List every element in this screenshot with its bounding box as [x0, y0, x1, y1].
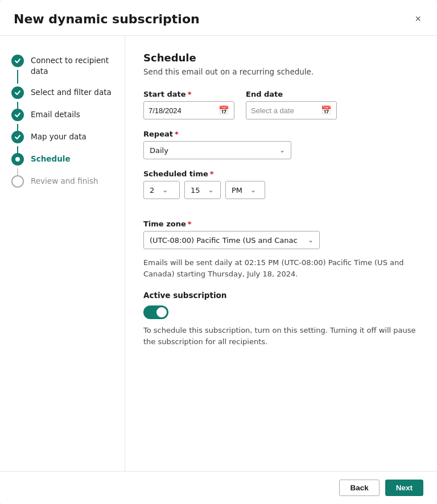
calendar-icon-start: 📅	[218, 105, 229, 115]
sidebar-item-map: Map your data	[0, 126, 125, 148]
toggle-knob	[156, 307, 167, 317]
start-date-input-wrapper[interactable]: 📅	[143, 101, 234, 119]
scheduled-time-required: *	[210, 170, 214, 178]
start-date-label: Start date *	[143, 90, 234, 98]
sidebar: Connect to recipient data Select and fil…	[0, 36, 125, 471]
repeat-required: *	[175, 130, 179, 138]
sidebar-item-review: Review and finish	[0, 170, 125, 192]
modal-title: New dynamic subscription	[14, 12, 200, 26]
repeat-label: Repeat *	[143, 130, 419, 138]
start-date-required: *	[188, 90, 192, 98]
hour-select[interactable]: 2 ⌄	[143, 181, 180, 199]
step-label-map: Map your data	[31, 130, 86, 142]
sidebar-item-email: Email details	[0, 104, 125, 126]
step-label-email: Email details	[31, 108, 80, 120]
end-date-label: End date	[246, 90, 337, 98]
modal-header: New dynamic subscription ×	[0, 0, 437, 36]
start-date-group: Start date * 📅	[143, 90, 234, 119]
scheduled-time-label: Scheduled time *	[143, 170, 419, 178]
repeat-chevron-icon: ⌄	[279, 146, 285, 154]
timezone-select[interactable]: (UTC-08:00) Pacific Time (US and Canac ⌄	[143, 231, 320, 249]
step-icon-connect	[11, 55, 24, 67]
step-icon-filter	[11, 86, 24, 99]
step-icon-review	[11, 175, 24, 188]
timezone-required: *	[188, 220, 192, 228]
modal-container: New dynamic subscription × Connect to re…	[0, 0, 437, 504]
sidebar-item-filter: Select and filter data	[0, 81, 125, 104]
main-content: Schedule Send this email out on a recurr…	[125, 36, 437, 471]
step-label-filter: Select and filter data	[31, 86, 112, 98]
end-date-input[interactable]	[251, 106, 318, 115]
modal-body: Connect to recipient data Select and fil…	[0, 36, 437, 471]
step-label-schedule: Schedule	[31, 152, 71, 164]
toggle-hint-text: To schedule this subscription, turn on t…	[143, 325, 419, 347]
calendar-icon-end: 📅	[321, 105, 332, 115]
end-date-group: End date 📅	[246, 90, 337, 119]
hour-chevron-icon: ⌄	[162, 186, 168, 194]
timezone-group: Time zone * (UTC-08:00) Pacific Time (US…	[143, 220, 419, 249]
back-button[interactable]: Back	[339, 480, 379, 496]
section-title: Schedule	[143, 52, 419, 64]
start-date-input[interactable]	[149, 106, 215, 115]
toggle-row	[143, 305, 419, 319]
repeat-group: Repeat * Daily ⌄	[143, 130, 419, 159]
section-desc: Send this email out on a recurring sched…	[143, 67, 419, 76]
active-subscription-section: Active subscription To schedule this sub…	[143, 291, 419, 347]
close-button[interactable]: ×	[413, 11, 423, 26]
ampm-select[interactable]: PM ⌄	[225, 181, 265, 199]
time-pickers-row: 2 ⌄ 15 ⌄ PM ⌄	[143, 181, 419, 199]
end-date-input-wrapper[interactable]: 📅	[246, 101, 337, 119]
ampm-chevron-icon: ⌄	[250, 186, 256, 194]
step-icon-schedule	[11, 153, 24, 166]
sidebar-item-schedule: Schedule	[0, 148, 125, 170]
minute-chevron-icon: ⌄	[208, 186, 214, 194]
minute-select[interactable]: 15 ⌄	[184, 181, 221, 199]
step-label-review: Review and finish	[31, 175, 98, 187]
timezone-chevron-icon: ⌄	[308, 236, 314, 244]
active-sub-title: Active subscription	[143, 291, 419, 300]
modal-footer: Back Next	[0, 471, 437, 504]
step-icon-map	[11, 131, 24, 143]
sidebar-item-connect: Connect to recipient data	[0, 49, 125, 81]
step-label-connect: Connect to recipient data	[31, 54, 116, 77]
schedule-info-text: Emails will be sent daily at 02:15 PM (U…	[143, 257, 419, 279]
scheduled-time-group: Scheduled time * 2 ⌄ 15 ⌄ PM ⌄	[143, 170, 419, 209]
active-subscription-toggle[interactable]	[143, 305, 168, 319]
date-row: Start date * 📅 End date 📅	[143, 90, 419, 119]
next-button[interactable]: Next	[385, 480, 423, 496]
repeat-select[interactable]: Daily ⌄	[143, 141, 291, 159]
step-icon-email	[11, 109, 24, 121]
timezone-label: Time zone *	[143, 220, 419, 228]
